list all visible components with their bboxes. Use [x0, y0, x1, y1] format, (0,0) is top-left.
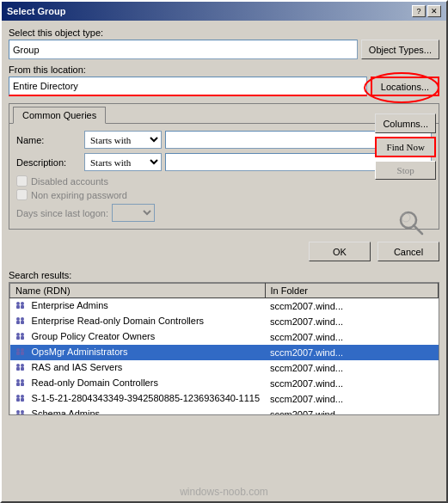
group-icon: [15, 316, 28, 327]
group-icon: [15, 347, 28, 358]
svg-point-12: [16, 333, 20, 336]
find-now-button[interactable]: Find Now: [375, 137, 436, 157]
title-bar: Select Group ? ✕: [2, 2, 446, 21]
row-folder-cell: sccm2007.wind...: [265, 314, 438, 329]
search-icon: [396, 208, 427, 239]
non-expiring-row: Non expiring password: [16, 189, 432, 200]
row-folder-cell: sccm2007.wind...: [265, 298, 438, 314]
row-name-cell[interactable]: Group Policy Creator Owners: [10, 329, 266, 345]
search-icon-area: [396, 208, 431, 242]
col-folder-header[interactable]: In Folder: [265, 284, 438, 298]
people-icon: [15, 409, 28, 414]
svg-point-4: [16, 302, 20, 305]
non-expiring-label: Non expiring password: [31, 190, 127, 200]
svg-point-14: [21, 333, 24, 336]
row-name-cell[interactable]: OpsMgr Administrators: [10, 345, 266, 360]
columns-button[interactable]: Columns...: [375, 113, 436, 133]
non-expiring-checkbox: [16, 189, 28, 200]
location-label: From this location:: [9, 64, 439, 75]
table-row[interactable]: Group Policy Creator Owners sccm2007.win…: [10, 329, 439, 345]
table-row[interactable]: OpsMgr Administrators sccm2007.wind...: [10, 345, 439, 360]
people-icon: [15, 347, 28, 358]
common-queries-tab[interactable]: Common Queries: [13, 107, 106, 124]
svg-point-20: [16, 364, 20, 367]
description-label: Description:: [16, 157, 81, 168]
watermark: windows-noob.com: [180, 486, 268, 498]
svg-point-32: [16, 410, 20, 414]
right-buttons: Columns... Find Now Stop: [375, 113, 436, 180]
row-name-cell[interactable]: RAS and IAS Servers: [10, 360, 266, 376]
people-icon: [15, 378, 28, 389]
table-row[interactable]: S-1-5-21-2804343349-3942580885-123693634…: [10, 391, 439, 407]
people-icon: [15, 301, 28, 311]
svg-point-6: [21, 302, 24, 305]
svg-point-8: [16, 317, 20, 321]
svg-rect-19: [16, 367, 20, 371]
help-button[interactable]: ?: [412, 5, 426, 17]
table-row[interactable]: Enterprise Admins sccm2007.wind...: [10, 298, 439, 314]
bottom-buttons: OK Cancel: [2, 236, 446, 267]
location-input[interactable]: [9, 77, 367, 96]
title-bar-buttons: ? ✕: [412, 5, 441, 17]
stop-button[interactable]: Stop: [375, 161, 436, 180]
description-dropdown[interactable]: Starts with Is exactly: [84, 153, 162, 171]
group-icon: [15, 301, 28, 311]
people-icon: [15, 363, 28, 373]
svg-rect-25: [21, 383, 24, 386]
name-dropdown[interactable]: Starts with Is exactly: [84, 131, 162, 149]
row-name-cell[interactable]: Schema Admins: [10, 407, 266, 415]
svg-point-18: [21, 348, 24, 352]
col-name-header[interactable]: Name (RDN): [10, 284, 266, 298]
cancel-button[interactable]: Cancel: [377, 242, 439, 261]
svg-rect-33: [21, 414, 24, 414]
svg-rect-27: [16, 398, 20, 402]
svg-rect-9: [21, 321, 24, 324]
disabled-accounts-checkbox: [16, 175, 28, 187]
row-folder-cell: sccm2007.wind...: [265, 407, 438, 415]
table-row[interactable]: Schema Admins sccm2007.wind...: [10, 407, 439, 415]
disabled-accounts-label: Disabled accounts: [31, 176, 108, 187]
table-row[interactable]: Read-only Domain Controllers sccm2007.wi…: [10, 376, 439, 391]
days-label: Days since last logon:: [16, 208, 108, 218]
location-row: Locations...: [9, 77, 439, 96]
svg-rect-23: [16, 383, 20, 386]
tab-content: Name: Starts with Is exactly Description…: [9, 123, 439, 229]
svg-rect-21: [21, 367, 24, 371]
object-type-input[interactable]: [9, 40, 358, 59]
row-folder-cell: sccm2007.wind...: [265, 345, 438, 360]
row-name-cell[interactable]: S-1-5-21-2804343349-3942580885-123693634…: [10, 391, 266, 407]
people-icon: [15, 316, 28, 327]
svg-point-16: [16, 348, 20, 352]
people-icon: [15, 394, 28, 404]
close-button[interactable]: ✕: [427, 5, 441, 17]
object-types-button[interactable]: Object Types...: [361, 40, 439, 59]
row-folder-cell: sccm2007.wind...: [265, 376, 438, 391]
object-type-row: Object Types...: [9, 40, 439, 59]
svg-point-24: [16, 379, 20, 383]
table-scroll[interactable]: Name (RDN) In Folder Enterprise Admins s…: [9, 283, 439, 414]
people-icon: [15, 332, 28, 342]
search-results-label: Search results:: [2, 267, 446, 282]
results-table: Name (RDN) In Folder Enterprise Admins s…: [9, 283, 439, 414]
object-type-section: Select this object type: Object Types...: [9, 28, 439, 59]
group-icon: [15, 332, 28, 342]
row-name-cell[interactable]: Enterprise Read-only Domain Controllers: [10, 314, 266, 329]
group-icon: [15, 409, 28, 414]
group-icon: [15, 394, 28, 404]
svg-point-10: [21, 317, 24, 321]
row-name-cell[interactable]: Read-only Domain Controllers: [10, 376, 266, 391]
row-name-cell[interactable]: Enterprise Admins: [10, 298, 266, 314]
svg-rect-17: [21, 352, 24, 355]
locations-button[interactable]: Locations...: [371, 77, 439, 96]
group-icon: [15, 378, 28, 389]
svg-rect-13: [21, 336, 24, 340]
table-row[interactable]: Enterprise Read-only Domain Controllers …: [10, 314, 439, 329]
days-row: Days since last logon:: [16, 204, 432, 222]
ok-button[interactable]: OK: [309, 242, 371, 261]
svg-point-34: [21, 410, 24, 414]
svg-rect-11: [16, 336, 20, 340]
svg-point-2: [402, 213, 410, 222]
svg-line-1: [414, 225, 422, 234]
select-group-window: Select Group ? ✕ Select this object type…: [0, 0, 448, 503]
table-row[interactable]: RAS and IAS Servers sccm2007.wind...: [10, 360, 439, 376]
